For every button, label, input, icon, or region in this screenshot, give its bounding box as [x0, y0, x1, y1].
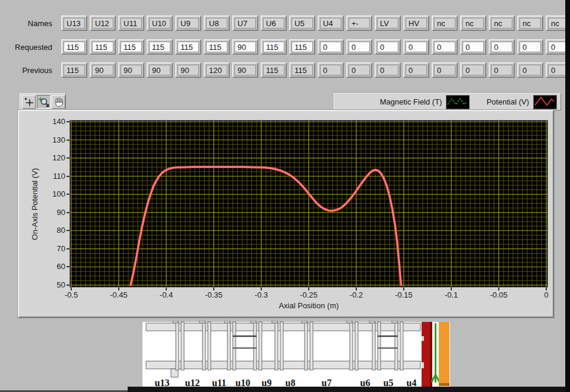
requested-input-7[interactable]	[264, 43, 284, 52]
names-value-5: U8	[206, 18, 227, 29]
requested-input-2[interactable]	[121, 43, 141, 52]
requested-cell-3	[147, 39, 173, 55]
requested-cell-1	[90, 39, 116, 55]
names-value-10: +-	[349, 18, 370, 29]
requested-value-13	[434, 42, 455, 52]
names-value-4: U9	[178, 18, 199, 29]
previous-cell-13: 0	[432, 62, 458, 78]
x-tick-label-5: -0.25	[291, 290, 327, 299]
requested-input-9[interactable]	[321, 43, 341, 52]
previous-cell-15: 0	[489, 62, 515, 78]
previous-cell-4: 90	[175, 62, 201, 78]
requested-input-15[interactable]	[492, 43, 512, 52]
previous-cell-10: 0	[346, 62, 372, 78]
requested-value-5	[206, 42, 227, 52]
names-cell-7: U6	[261, 15, 287, 31]
cursor-tool-button[interactable]	[22, 95, 36, 109]
requested-input-16[interactable]	[520, 43, 540, 52]
requested-value-7	[263, 42, 284, 52]
plot-canvas	[70, 121, 547, 287]
requested-value-2	[121, 42, 142, 52]
requested-input-10[interactable]	[349, 43, 369, 52]
requested-cell-11	[375, 39, 401, 55]
previous-cell-12: 0	[403, 62, 429, 78]
names-value-9: U4	[320, 18, 341, 29]
requested-value-15	[491, 42, 512, 52]
names-cell-1: U12	[90, 15, 116, 31]
requested-input-12[interactable]	[406, 43, 426, 52]
names-value-15: nc	[491, 18, 512, 29]
requested-value-1	[92, 42, 113, 52]
names-cell-2: U11	[118, 15, 144, 31]
requested-cell-12	[403, 39, 429, 55]
row-label-names: Names	[0, 15, 52, 31]
names-value-11: LV	[377, 18, 398, 29]
previous-value-9: 0	[320, 65, 341, 75]
previous-cell-8: 115	[289, 62, 315, 78]
previous-cell-16: 0	[517, 62, 543, 78]
requested-input-4[interactable]	[178, 43, 198, 52]
previous-value-11: 0	[377, 65, 398, 75]
requested-input-13[interactable]	[435, 43, 455, 52]
names-cell-10: +-	[346, 15, 372, 31]
names-value-14: nc	[463, 18, 484, 29]
legend-entry-potential: Potential (V)	[486, 95, 557, 109]
potential-line-sample[interactable]	[533, 95, 557, 109]
requested-cell-2	[118, 39, 144, 55]
requested-input-3[interactable]	[150, 43, 170, 52]
requested-value-6	[235, 42, 256, 52]
magnetic-field-line-sample[interactable]	[446, 95, 470, 109]
previous-value-14: 0	[463, 65, 484, 75]
green-dashed-line-icon	[446, 96, 468, 108]
plot-area[interactable]	[69, 120, 548, 287]
names-cell-13: nc	[432, 15, 458, 31]
names-value-6: U7	[235, 18, 256, 29]
window-edge-right	[565, 0, 570, 392]
x-tick-label-10: 0	[528, 290, 564, 299]
requested-input-5[interactable]	[207, 43, 227, 52]
legend-label-potential: Potential (V)	[486, 97, 529, 106]
x-tick-label-2: -0.4	[148, 290, 184, 299]
previous-value-13: 0	[434, 65, 455, 75]
previous-cell-7: 115	[261, 62, 287, 78]
requested-input-6[interactable]	[235, 43, 255, 52]
requested-input-0[interactable]	[64, 43, 84, 52]
requested-input-1[interactable]	[93, 43, 113, 52]
requested-input-14[interactable]	[463, 43, 483, 52]
names-value-12: HV	[406, 18, 427, 29]
previous-value-1: 90	[92, 65, 113, 75]
requested-cell-16	[517, 39, 543, 55]
requested-cell-15	[489, 39, 515, 55]
previous-value-6: 90	[235, 65, 256, 75]
legend-label-magnetic-field: Magnetic Field (T)	[380, 97, 442, 106]
previous-value-8: 115	[292, 65, 313, 75]
names-row: U13U12U11U10U9U8U7U6U5U4+-LVHVncncncncnc	[61, 15, 570, 31]
requested-input-11[interactable]	[378, 43, 398, 52]
previous-value-2: 90	[121, 65, 142, 75]
x-tick-label-9: -0.05	[481, 290, 517, 299]
y-tick-label-5: 90	[37, 208, 65, 217]
requested-cell-13	[432, 39, 458, 55]
requested-input-8[interactable]	[292, 43, 312, 52]
requested-cell-4	[175, 39, 201, 55]
requested-cell-0	[61, 39, 87, 55]
y-tick-label-6: 80	[37, 226, 65, 235]
names-cell-9: U4	[318, 15, 344, 31]
previous-value-5: 120	[206, 65, 227, 75]
pan-tool-button[interactable]	[52, 95, 65, 109]
x-tick-label-7: -0.15	[386, 290, 422, 299]
x-tick-label-1: -0.45	[101, 290, 137, 299]
names-cell-11: LV	[375, 15, 401, 31]
zoom-tool-button[interactable]	[37, 95, 50, 109]
names-cell-15: nc	[489, 15, 515, 31]
previous-value-0: 115	[64, 65, 85, 75]
y-tick-label-2: 120	[37, 153, 65, 162]
previous-cell-14: 0	[460, 62, 486, 78]
previous-cell-5: 120	[204, 62, 230, 78]
legend-entry-magnetic-field: Magnetic Field (T)	[380, 95, 470, 109]
names-cell-3: U10	[147, 15, 173, 31]
x-tick-label-8: -0.1	[433, 290, 469, 299]
previous-value-10: 0	[349, 65, 370, 75]
names-cell-14: nc	[460, 15, 486, 31]
requested-cell-10	[346, 39, 372, 55]
